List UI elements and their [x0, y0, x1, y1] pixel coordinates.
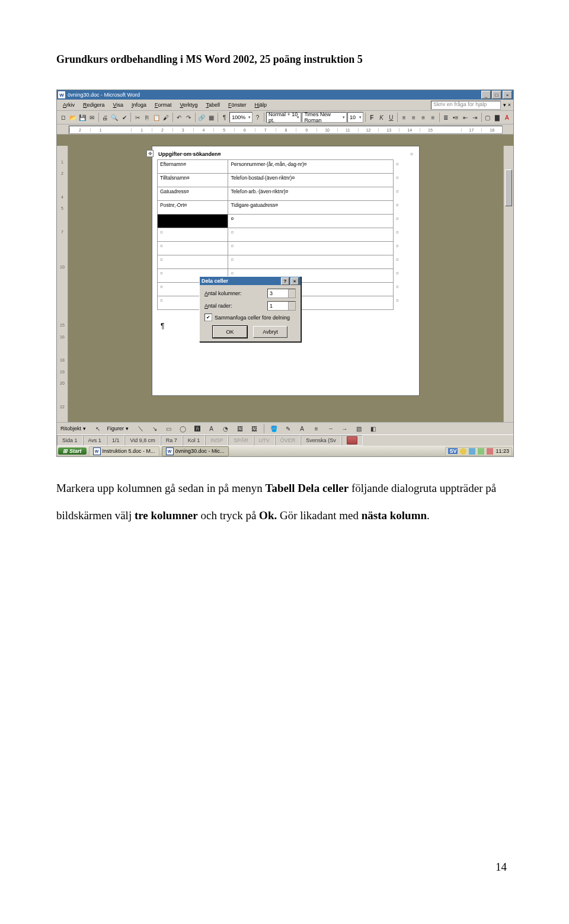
spinner-up-icon[interactable]: ▲ — [288, 289, 295, 294]
table-cell[interactable]: Telefon·bostad·(även·riktnr)¤ — [228, 174, 394, 187]
status-spar[interactable]: SPÅR — [228, 435, 254, 446]
table-cell[interactable]: Gatuadress¤ — [158, 187, 228, 201]
italic-icon[interactable]: K — [377, 111, 386, 123]
spellcheck-icon[interactable]: ✔ — [120, 111, 129, 123]
table-move-handle-icon[interactable]: ✥ — [146, 150, 154, 157]
menu-format[interactable]: Format — [151, 101, 175, 109]
borders-icon[interactable]: ▢ — [483, 111, 492, 123]
highlight-icon[interactable]: ▇ — [493, 111, 502, 123]
table-cell[interactable]: Personnummer·(år,·mån,·dag·nr)¤ — [228, 160, 394, 174]
table-cell[interactable]: Efternamn¤ — [158, 160, 228, 174]
new-doc-icon[interactable]: 🗋 — [59, 111, 68, 123]
align-right-icon[interactable]: ≡ — [419, 111, 428, 123]
diagram-icon[interactable]: ◔ — [220, 423, 232, 434]
dialog-titlebar[interactable]: Dela celler ? × — [200, 277, 301, 285]
menu-infoga[interactable]: Infoga — [128, 101, 150, 109]
spinner-up-icon[interactable]: ▲ — [288, 302, 295, 306]
outdent-icon[interactable]: ⇤ — [461, 111, 469, 123]
menu-visa[interactable]: Visa — [110, 101, 127, 109]
menu-tabell[interactable]: Tabell — [203, 101, 224, 109]
maximize-button[interactable]: □ — [492, 91, 501, 99]
paste-icon[interactable]: 📋 — [152, 111, 161, 123]
linecolor-icon[interactable]: ✎ — [282, 423, 294, 434]
spinner-down-icon[interactable]: ▼ — [288, 293, 295, 298]
table-cell[interactable]: ¤ — [228, 242, 394, 255]
zoom-combo[interactable]: 100% — [229, 112, 252, 123]
line-icon[interactable]: ＼ — [135, 423, 146, 434]
font-combo[interactable]: Times New Roman — [302, 112, 347, 123]
wordart-icon[interactable]: A — [206, 423, 218, 434]
print-preview-icon[interactable]: 🔍 — [110, 111, 119, 123]
indent-icon[interactable]: ⇥ — [470, 111, 479, 123]
taskbar-item-ovning[interactable]: W övning30.doc - Mic... — [162, 446, 229, 456]
tray-icon[interactable] — [478, 448, 484, 455]
spinner-down-icon[interactable]: ▼ — [288, 305, 295, 310]
open-icon[interactable]: 📂 — [68, 111, 77, 123]
dashstyle-icon[interactable]: ╌ — [325, 423, 337, 434]
numbering-icon[interactable]: ≣ — [442, 111, 450, 123]
lang-indicator[interactable]: SV — [448, 448, 458, 454]
fillcolor-icon[interactable]: 🪣 — [268, 423, 280, 434]
table-cell[interactable]: ¤ — [228, 215, 394, 228]
tray-icon[interactable] — [469, 448, 475, 455]
cols-spinner[interactable]: 3 ▲ ▼ — [267, 289, 296, 298]
menu-verktyg[interactable]: Verktyg — [176, 101, 201, 109]
ok-button[interactable]: OK — [213, 326, 247, 338]
align-center-icon[interactable]: ≡ — [409, 111, 418, 123]
font-color-icon[interactable]: A — [503, 111, 512, 123]
status-utv[interactable]: UTV — [254, 435, 275, 446]
clock[interactable]: 11:23 — [496, 448, 509, 454]
help-search-input[interactable]: Skriv en fråga för hjälp — [431, 101, 501, 110]
select-arrow-icon[interactable]: ↖ — [92, 423, 104, 434]
picture-icon[interactable]: 🖼 — [248, 423, 260, 434]
horizontal-ruler[interactable]: 211234567891011121314151718 — [69, 126, 503, 134]
vertical-scrollbar[interactable] — [503, 146, 513, 424]
shadow-icon[interactable]: ▧ — [353, 423, 365, 434]
rectangle-icon[interactable]: ▭ — [163, 423, 175, 434]
taskbar-item-instruktion[interactable]: W Instruktion 5.doc - M... — [89, 446, 159, 456]
status-over[interactable]: ÖVER — [275, 435, 301, 446]
show-paragraph-icon[interactable]: ¶ — [220, 111, 229, 123]
tray-icon[interactable] — [487, 448, 493, 455]
status-book-icon[interactable] — [341, 435, 363, 446]
draw-ritobjekt[interactable]: Ritobjekt ▾ — [59, 426, 89, 431]
draw-figurer[interactable]: Figurer ▾ — [106, 426, 132, 431]
table-cell[interactable]: ¤ — [228, 255, 394, 269]
menu-fonster[interactable]: Fönster — [225, 101, 250, 109]
print-icon[interactable]: 🖨 — [101, 111, 110, 123]
table-cell[interactable]: ¤ — [228, 228, 394, 242]
arrowstyle-icon[interactable]: → — [339, 423, 351, 434]
fontcolor-icon[interactable]: A — [296, 423, 308, 434]
menu-close-doc-icon[interactable]: ▾ × — [503, 102, 511, 108]
mail-icon[interactable]: ✉ — [88, 111, 97, 123]
scroll-thumb[interactable] — [505, 170, 512, 206]
3d-icon[interactable]: ◧ — [367, 423, 379, 434]
oval-icon[interactable]: ◯ — [177, 423, 189, 434]
status-lang[interactable]: Svenska (Sv — [301, 435, 341, 446]
status-insp[interactable]: INSP — [205, 435, 228, 446]
table-cell[interactable]: ¤ — [158, 255, 228, 269]
merge-checkbox[interactable]: ✔ — [204, 314, 212, 321]
cancel-button[interactable]: Avbryt — [253, 326, 287, 338]
table-cell[interactable]: Telefon·arb.·(även·riktnr)¤ — [228, 187, 394, 201]
vertical-ruler[interactable]: 1245710151618192022 — [57, 146, 68, 424]
textbox-icon[interactable]: 🅰 — [191, 423, 203, 434]
table-cell[interactable]: ¤ — [158, 215, 228, 228]
table-cell[interactable]: ¤ — [158, 228, 228, 242]
cut-icon[interactable]: ✂ — [133, 111, 142, 123]
style-combo[interactable]: Normal + 10 pt. — [266, 112, 301, 123]
table-cell[interactable]: Postnr,·Ort¤ — [158, 201, 228, 215]
menu-arkiv[interactable]: Arkiv — [59, 101, 78, 109]
clipart-icon[interactable]: 🖼 — [234, 423, 246, 434]
hyperlink-icon[interactable]: 🔗 — [197, 111, 206, 123]
redo-icon[interactable]: ↷ — [184, 111, 193, 123]
table-cell[interactable]: Tidigare·gatuadress¤ — [228, 201, 394, 215]
arrow-icon[interactable]: ↘ — [149, 423, 161, 434]
rows-spinner[interactable]: 1 ▲ ▼ — [267, 301, 296, 311]
bullets-icon[interactable]: •≡ — [451, 111, 460, 123]
dialog-close-icon[interactable]: × — [290, 277, 299, 285]
menu-redigera[interactable]: Redigera — [79, 101, 108, 109]
font-size-combo[interactable]: 10 — [347, 112, 363, 123]
close-button[interactable]: × — [503, 91, 512, 99]
tables-borders-icon[interactable]: ▦ — [207, 111, 216, 123]
